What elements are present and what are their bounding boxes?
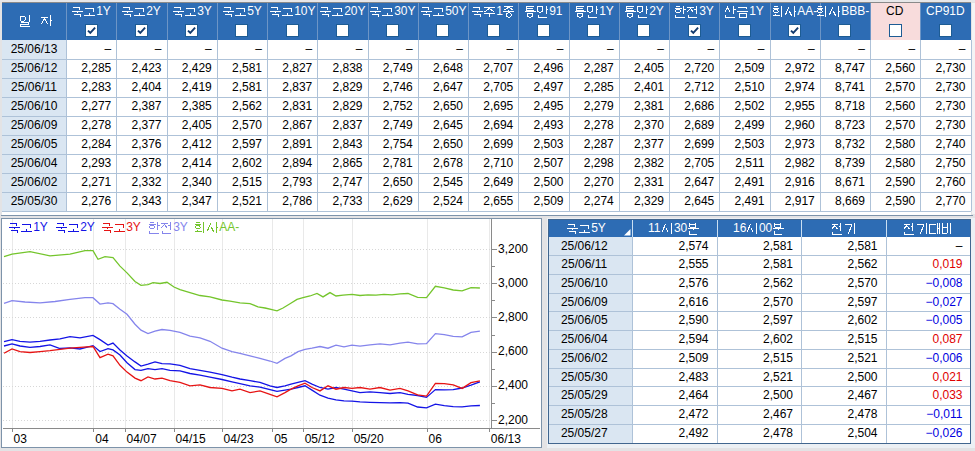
svg-text:1: 1 [496,4,503,18]
svg-text:CP91D: CP91D [926,4,965,18]
svg-text:CD: CD [886,4,904,18]
svg-text:30: 30 [674,221,688,235]
svg-text:11: 11 [648,221,661,235]
svg-text:AA-: AA- [797,4,817,18]
svg-text:1Y: 1Y [750,4,765,18]
svg-text:00: 00 [759,221,773,235]
svg-text:BBB-: BBB- [841,4,869,18]
svg-text:91: 91 [549,4,563,18]
svg-text:2Y: 2Y [649,4,664,18]
svg-text:5Y: 5Y [591,221,606,235]
svg-text:16: 16 [733,221,747,235]
svg-text:1Y: 1Y [599,4,614,18]
svg-text:3Y: 3Y [699,4,714,18]
